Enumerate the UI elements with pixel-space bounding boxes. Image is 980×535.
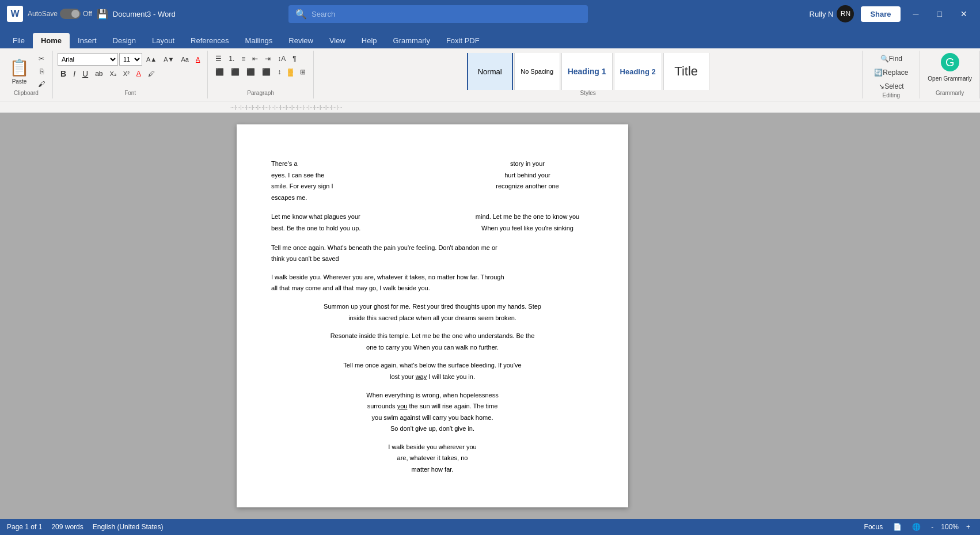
styles-group: Normal No Spacing Heading 1 Heading 2 Ti… — [314, 51, 863, 98]
superscript-button[interactable]: X² — [120, 69, 132, 79]
tab-insert[interactable]: Insert — [70, 33, 105, 48]
decrease-indent-button[interactable]: ⇤ — [249, 53, 261, 64]
tab-home[interactable]: Home — [33, 33, 70, 48]
ribbon-tabs: File Home Insert Design Layout Reference… — [0, 28, 980, 48]
title-bar-right: Rully N RN Share ─ □ ✕ — [810, 5, 973, 22]
align-left-button[interactable]: ⬛ — [212, 66, 227, 78]
stanza3-line2: think you can't be saved — [271, 254, 594, 264]
autosave-state: Off — [83, 10, 92, 18]
grow-font-button[interactable]: A▲ — [143, 54, 159, 64]
font-family-select[interactable]: Arial — [58, 53, 118, 66]
font-color-button[interactable]: A — [134, 68, 144, 79]
styles-label: Styles — [580, 90, 596, 96]
tab-view[interactable]: View — [321, 33, 354, 48]
cut-button[interactable]: ✂ — [35, 53, 48, 64]
subscript-button[interactable]: X₂ — [107, 69, 119, 79]
show-all-button[interactable]: ¶ — [290, 53, 299, 64]
case-button[interactable]: Aa — [178, 54, 191, 64]
format-painter-button[interactable]: 🖌 — [35, 78, 48, 90]
align-right-button[interactable]: ⬛ — [244, 66, 258, 78]
stanza8-line1: When everything is wrong, when hopelessn… — [271, 390, 594, 401]
bullets-button[interactable]: ☰ — [212, 53, 225, 64]
style-heading2[interactable]: Heading 2 — [614, 53, 662, 90]
style-heading1[interactable]: Heading 1 — [561, 53, 613, 90]
tab-design[interactable]: Design — [105, 33, 144, 48]
maximize-button[interactable]: □ — [932, 7, 948, 21]
font-row-1: Arial 11 A▲ A▼ Aa A — [58, 53, 203, 66]
tab-references[interactable]: References — [183, 33, 237, 48]
clipboard-content: 📋 Paste ✂ ⎘ 🖌 — [5, 53, 48, 90]
search-bar[interactable]: 🔍 — [288, 5, 588, 23]
stanza1-left: There's a eyes. I can see the smile. For… — [271, 159, 404, 204]
search-input[interactable] — [312, 10, 581, 18]
tab-grammarly[interactable]: Grammarly — [385, 33, 438, 48]
stanza2-left-line1: Let me know what plagues your — [271, 212, 404, 222]
minimize-button[interactable]: ─ — [907, 7, 925, 21]
line-spacing-button[interactable]: ↕ — [275, 66, 284, 78]
tab-foxit[interactable]: Foxit PDF — [438, 33, 488, 48]
ruler: ···|···|···|···|···|···|···|···|···|···|… — [0, 101, 980, 113]
language: English (United States) — [93, 523, 164, 531]
find-button[interactable]: 🔍 Find — [871, 53, 911, 64]
print-view-button[interactable]: 📄 — [890, 521, 905, 533]
shrink-font-button[interactable]: A▼ — [161, 54, 177, 64]
increase-indent-button[interactable]: ⇥ — [262, 53, 274, 64]
share-button[interactable]: Share — [861, 6, 900, 22]
stanza-9: I walk beside you wherever you are, what… — [271, 442, 594, 475]
web-view-button[interactable]: 🌐 — [909, 521, 924, 533]
stanza6-line1: Resonate inside this temple. Let me be t… — [271, 331, 594, 342]
sort-button[interactable]: ↕A — [275, 53, 288, 64]
italic-button[interactable]: I — [70, 67, 78, 80]
clear-format-button[interactable]: A — [193, 54, 203, 64]
copy-button[interactable]: ⎘ — [35, 66, 48, 77]
underline-button[interactable]: U — [79, 67, 91, 80]
numbering-button[interactable]: 1. — [226, 53, 237, 64]
tab-help[interactable]: Help — [354, 33, 385, 48]
paragraph-label: Paragraph — [247, 90, 274, 96]
style-title[interactable]: Title — [663, 53, 709, 90]
replace-button[interactable]: 🔄 Replace — [871, 67, 911, 78]
font-size-select[interactable]: 11 — [119, 53, 142, 66]
stanza8-line4: So don't give up, don't give in. — [271, 424, 594, 434]
save-button[interactable]: 💾 — [97, 9, 108, 20]
stanza9-line3: matter how far. — [271, 465, 594, 475]
tab-mailings[interactable]: Mailings — [237, 33, 281, 48]
page-info: Page 1 of 1 — [7, 523, 42, 531]
focus-button[interactable]: Focus — [861, 521, 886, 533]
shading-button[interactable]: ▓ — [285, 66, 296, 78]
paste-label: Paste — [12, 78, 27, 85]
justify-button[interactable]: ⬛ — [259, 66, 274, 78]
tab-review[interactable]: Review — [280, 33, 321, 48]
select-button[interactable]: ↘ Select — [871, 81, 911, 92]
autosave-area: AutoSave Off — [28, 9, 92, 19]
stanza4-line1: I walk beside you. Wherever you are, wha… — [271, 272, 594, 283]
multilevel-button[interactable]: ≡ — [238, 53, 248, 64]
document-page[interactable]: There's a eyes. I can see the smile. For… — [237, 124, 628, 507]
open-grammarly-button[interactable]: Open Grammarly — [925, 74, 975, 84]
style-no-spacing[interactable]: No Spacing — [514, 53, 560, 90]
close-button[interactable]: ✕ — [955, 7, 973, 21]
borders-button[interactable]: ⊞ — [297, 66, 309, 78]
tab-layout[interactable]: Layout — [144, 33, 183, 48]
avatar[interactable]: RN — [837, 5, 854, 22]
strikethrough-button[interactable]: ab — [92, 68, 105, 79]
editing-label: Editing — [883, 92, 901, 98]
stanza8-line3: you swim against will carry you back hom… — [271, 413, 594, 423]
clipboard-secondary: ✂ ⎘ 🖌 — [35, 53, 48, 90]
zoom-in-button[interactable]: + — [963, 521, 973, 533]
highlight-button[interactable]: 🖊 — [145, 68, 158, 79]
style-normal[interactable]: Normal — [467, 53, 513, 90]
align-center-button[interactable]: ⬛ — [228, 66, 242, 78]
page-container: There's a eyes. I can see the smile. For… — [12, 113, 853, 519]
autosave-toggle[interactable] — [60, 9, 81, 19]
bold-button[interactable]: B — [58, 67, 69, 80]
paste-icon: 📋 — [9, 58, 29, 77]
tab-file[interactable]: File — [5, 33, 33, 48]
stanza1-right-line1: story in your — [461, 159, 594, 169]
paste-button[interactable]: 📋 Paste — [5, 56, 34, 87]
para-row-1: ☰ 1. ≡ ⇤ ⇥ ↕A ¶ — [212, 53, 309, 64]
user-info: Rully N RN — [810, 5, 854, 22]
stanza5-line2: inside this sacred place when all your d… — [271, 313, 594, 324]
zoom-out-button[interactable]: - — [928, 521, 936, 533]
stanza1-right: story in your hurt behind your recognize… — [461, 159, 594, 204]
